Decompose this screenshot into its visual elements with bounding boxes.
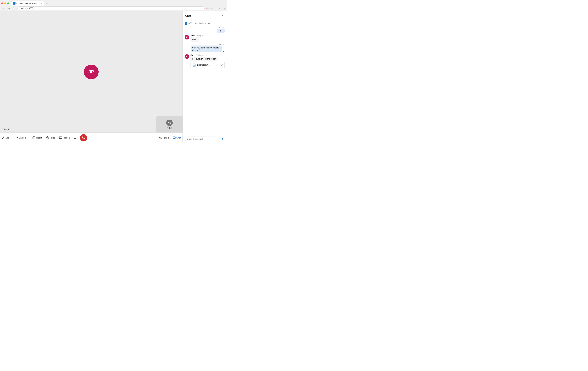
call-video: JP John 🎤̸ AU You 🎤̸ [0, 11, 182, 133]
browser-tab[interactable]: call - UI Library Call With... × [11, 1, 44, 6]
svg-point-3 [33, 136, 35, 139]
chat-input[interactable] [185, 136, 220, 141]
chat-close-button[interactable]: × [221, 14, 224, 18]
mic-icon [2, 136, 5, 140]
svg-point-6 [159, 136, 160, 138]
present-icon [59, 136, 62, 140]
message-3-inner: 1:43 p.m. Can you send me the report ple… [191, 43, 225, 52]
message-3-check-icon: ✔ [223, 50, 225, 52]
message-2-sender: John [190, 35, 195, 37]
system-message-icon: 👤 [185, 22, 187, 25]
forward-button[interactable]: → [7, 7, 11, 10]
react-label: React [36, 136, 42, 139]
address-bar[interactable] [18, 6, 205, 10]
chat-header: Chat × [183, 11, 227, 20]
participant-avatar: JP [84, 65, 99, 79]
present-button[interactable]: Present [57, 135, 72, 141]
browser-actions: 📖 ☆ ▭ ⋯ □ [206, 7, 225, 10]
tab-favicon [13, 2, 16, 5]
self-mic-off-icon: 🎤̸ [170, 127, 173, 129]
mic-chevron[interactable]: ⌄ [10, 136, 12, 140]
people-tab-button[interactable]: People [157, 135, 171, 141]
participant-name: John [2, 128, 7, 131]
tab-bar: call - UI Library Call With... × + [0, 0, 227, 6]
mic-button[interactable]: Mic [0, 135, 10, 141]
traffic-light-green[interactable] [7, 2, 9, 4]
end-call-button[interactable] [80, 134, 87, 142]
split-view-button[interactable]: ▭ [214, 7, 218, 10]
message-4-sender: John [190, 54, 195, 56]
self-label: You 🎤̸ [166, 127, 172, 129]
svg-rect-2 [15, 137, 17, 139]
message-1-inner: 1:42 p.m. Hi [217, 26, 225, 33]
browser-chrome: call - UI Library Call With... × + ← → ↻… [0, 0, 227, 11]
camera-icon [15, 136, 18, 140]
self-avatar: AU [166, 120, 173, 126]
mic-control-group: Mic ⌄ [0, 135, 12, 141]
svg-marker-1 [17, 137, 18, 138]
raise-label: Raise [50, 136, 55, 139]
message-2: JP John 1:43 p.m. Hello [185, 35, 225, 41]
message-1: 1:42 p.m. Hi [185, 26, 225, 33]
message-4: JP John 1:44 p.m. For sure, this is the … [185, 54, 225, 68]
system-message-text: ACS User joined the chat. [188, 22, 211, 24]
reload-button[interactable]: ↻ [12, 6, 17, 10]
message-1-bubble: Hi [217, 29, 225, 33]
controls-bar: Mic ⌄ Camera ⌄ [0, 133, 182, 143]
mic-label: Mic [6, 136, 9, 139]
tab-close-button[interactable]: × [41, 2, 42, 5]
message-4-bubble: For sure, this is the report [190, 57, 218, 61]
self-view: AU You 🎤̸ [156, 116, 182, 133]
chat-tab-button[interactable]: Chat [171, 135, 182, 141]
participant-label: John 🎤̸ [2, 128, 10, 131]
file-open-button[interactable]: ↗ [221, 64, 223, 66]
message-2-meta: John 1:43 p.m. [190, 35, 225, 37]
message-3-row: Can you send me the report please? ✔ [191, 45, 225, 52]
present-label: Present [63, 136, 70, 139]
raise-icon [46, 136, 49, 140]
sidebar-button[interactable]: □ [223, 7, 225, 10]
raise-button[interactable]: Raise [44, 135, 57, 141]
people-icon [159, 136, 162, 140]
message-4-avatar: JP [185, 54, 189, 59]
message-3-bubble: Can you send me the report please? [191, 45, 222, 52]
end-call-icon [82, 136, 85, 140]
camera-button[interactable]: Camera [13, 135, 28, 141]
system-message: 👤 ACS User joined the chat. [185, 22, 225, 25]
message-2-time: 1:43 p.m. [196, 35, 204, 37]
message-1-time: 1:42 p.m. [217, 26, 225, 28]
chat-messages: 👤 ACS User joined the chat. 1:42 p.m. Hi… [183, 20, 227, 134]
camera-chevron[interactable]: ⌄ [28, 136, 30, 140]
camera-control-group: Camera ⌄ [13, 135, 30, 141]
message-4-meta: John 1:44 p.m. [190, 54, 225, 56]
message-2-content: John 1:43 p.m. Hello [190, 35, 225, 41]
message-4-attachment: 📄 Lorem ipsum... ↗ [190, 62, 225, 68]
react-icon [32, 136, 36, 140]
file-icon: 📄 [192, 63, 196, 67]
people-chat-tabs: People Chat [157, 135, 182, 141]
message-4-content: John 1:44 p.m. For sure, this is the rep… [190, 54, 225, 68]
chat-send-button[interactable]: ➤ [221, 136, 225, 141]
app: JP John 🎤̸ AU You 🎤̸ [0, 11, 227, 143]
new-tab-button[interactable]: + [45, 1, 49, 6]
camera-label: Camera [19, 136, 26, 139]
traffic-lights [1, 2, 9, 4]
message-3: 1:43 p.m. Can you send me the report ple… [185, 43, 225, 52]
more-button[interactable]: ... [73, 135, 78, 141]
message-3-time: 1:43 p.m. [191, 43, 225, 45]
participant-mic-off-icon: 🎤̸ [7, 128, 10, 131]
reader-mode-button[interactable]: 📖 [206, 7, 210, 10]
self-label-text: You [166, 127, 170, 129]
people-tab-label: People [163, 136, 169, 139]
tab-title: call - UI Library Call With... [17, 2, 40, 5]
bookmark-button[interactable]: ☆ [210, 7, 214, 10]
back-button[interactable]: ← [1, 7, 6, 10]
chat-title: Chat [185, 14, 191, 18]
chat-input-area: ➤ [183, 134, 227, 143]
message-2-avatar: JP [185, 35, 189, 40]
react-button[interactable]: React [31, 135, 43, 141]
browser-controls: ← → ↻ 📖 ☆ ▭ ⋯ □ [0, 6, 227, 11]
more-options-button[interactable]: ⋯ [218, 7, 222, 10]
traffic-light-yellow[interactable] [4, 2, 6, 4]
traffic-light-red[interactable] [1, 2, 3, 4]
